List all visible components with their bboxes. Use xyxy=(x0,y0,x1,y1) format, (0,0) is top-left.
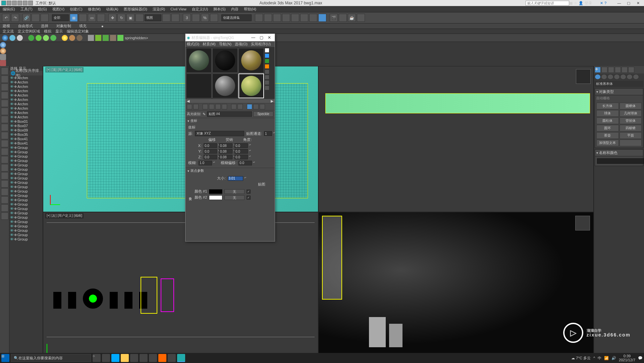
list-item[interactable]: 👁◆Archm xyxy=(9,75,43,80)
rotate-icon[interactable]: ↻ xyxy=(117,14,125,22)
pivot-icon[interactable] xyxy=(162,14,170,22)
qat-new-icon[interactable] xyxy=(7,1,11,5)
qat-save-icon[interactable] xyxy=(17,1,22,5)
undo-icon[interactable]: ↶ xyxy=(2,14,10,22)
app-icon[interactable] xyxy=(1,1,6,5)
ob-ball2[interactable] xyxy=(0,48,6,54)
menu-modify[interactable]: 修改(M) xyxy=(88,7,101,12)
color2-swatch[interactable] xyxy=(209,195,222,200)
mt-showend-icon[interactable] xyxy=(237,104,243,109)
list-item[interactable]: 👁◆Box35 xyxy=(9,132,43,137)
list-item[interactable]: 👁◆Group xyxy=(9,232,43,237)
ms-backlight-icon[interactable] xyxy=(265,53,269,58)
mt-reset-icon[interactable] xyxy=(209,104,214,109)
se-sort-header[interactable]: 🌐 名称(按升序排序) xyxy=(9,71,43,75)
subscribe-icon[interactable]: ▦ xyxy=(569,1,573,5)
ob-env[interactable] xyxy=(9,35,15,41)
ob-leaf2[interactable] xyxy=(103,35,109,41)
list-item[interactable]: 👁◆Group xyxy=(9,150,43,154)
se-tool-shape[interactable] xyxy=(1,100,8,107)
cmd-display-icon[interactable] xyxy=(622,67,628,73)
list-item[interactable]: 👁◆Group xyxy=(9,154,43,158)
redo-icon[interactable]: ↷ xyxy=(11,14,19,22)
color2-check[interactable]: ✓ xyxy=(247,196,251,200)
qat-redo-icon[interactable] xyxy=(28,1,33,5)
cat-light-icon[interactable] xyxy=(607,74,613,80)
window-crossing-icon[interactable] xyxy=(97,14,105,22)
cmd-utility-icon[interactable] xyxy=(628,67,634,73)
list-item[interactable]: 👁◆Archm xyxy=(9,93,43,97)
ms-3x2-icon[interactable] xyxy=(265,86,269,90)
blur-off-spinner[interactable]: 0.0 xyxy=(238,161,252,165)
list-item[interactable]: 👁◆Archm xyxy=(9,84,43,89)
tray-time[interactable]: 0:39 xyxy=(619,354,635,358)
tray-notif-icon[interactable]: 💬 xyxy=(638,356,643,360)
mat-slot-3[interactable] xyxy=(238,48,264,73)
sr-sim[interactable]: 模拟 xyxy=(44,29,51,34)
primitive-button[interactable]: 几何球体 xyxy=(620,110,642,117)
angle-snap-icon[interactable] xyxy=(192,14,200,22)
list-item[interactable]: 👁◆Group xyxy=(9,167,43,171)
render-icon[interactable]: ☕ xyxy=(348,14,356,22)
ribbon-modeling[interactable]: 建模 xyxy=(3,23,10,29)
list-item[interactable]: 👁◆Archm xyxy=(9,115,43,119)
task-3dsmax-icon[interactable] xyxy=(177,354,185,362)
mat-menu-util[interactable]: 实用程序(U) xyxy=(251,42,271,47)
mat-slot-4[interactable] xyxy=(186,73,212,98)
menu-animation[interactable]: 动画(A) xyxy=(106,7,118,12)
map-channel-spinner[interactable]: 1 xyxy=(264,131,272,136)
tiling-y[interactable]: 0.08 xyxy=(219,149,232,154)
size-spinner[interactable]: 3.01 xyxy=(228,176,243,181)
mat-menu-mode[interactable]: 模式(D) xyxy=(187,42,199,47)
ribbon-freeform[interactable]: 自由形式 xyxy=(18,23,33,29)
primitive-button[interactable]: 圆柱体 xyxy=(596,117,619,124)
offset-y[interactable]: 0.0 xyxy=(204,149,217,154)
list-item[interactable]: 👁◆Group xyxy=(9,163,43,167)
mat-hscroll[interactable]: ◀▶ xyxy=(185,99,275,103)
task-cortana-icon[interactable]: ○ xyxy=(93,354,101,362)
ob-rock[interactable] xyxy=(110,35,116,41)
list-item[interactable]: 👁◆Group xyxy=(9,176,43,180)
mt-make-icon[interactable] xyxy=(222,104,227,109)
rollout-header-objtype[interactable]: ▾ 对象类型 xyxy=(595,89,643,95)
list-item[interactable]: 👁◆Box01 xyxy=(9,119,43,123)
link-icon[interactable]: 🔗 xyxy=(22,14,31,22)
ob-tree3[interactable] xyxy=(43,35,49,41)
list-item[interactable]: 👁◆Group xyxy=(9,193,43,198)
list-item[interactable]: 👁◆Group xyxy=(9,180,43,185)
mat-titlebar[interactable]: ◉ 材质编辑器 - qingTongQi1 — ▢ ✕ xyxy=(185,34,275,41)
ribbon-select[interactable]: 选择 xyxy=(41,23,48,29)
mat-min-button[interactable]: — xyxy=(249,35,257,40)
percent-snap-icon[interactable]: % xyxy=(201,14,209,22)
viewport-top[interactable]: [+] [顶] [用户定义] [线框] xyxy=(43,66,318,212)
mt-assign-icon[interactable] xyxy=(203,104,208,109)
ob-planet1[interactable] xyxy=(69,35,75,41)
login-link[interactable]: 登录 xyxy=(585,1,592,6)
ribbon-populate[interactable]: 填充 xyxy=(79,23,87,29)
mt-show-icon[interactable] xyxy=(231,104,236,109)
scene-list[interactable]: 👁◆Archm👁◆Archm👁◆Archm👁◆Archm👁◆Archm👁◆Arc… xyxy=(9,75,43,358)
viewcube-persp[interactable] xyxy=(575,216,590,230)
se-tool-coll[interactable] xyxy=(1,212,8,220)
sr-display[interactable]: 显示 xyxy=(55,29,63,34)
se-tool-add[interactable] xyxy=(1,196,8,204)
task-view-icon[interactable] xyxy=(102,354,110,362)
map-type-button[interactable]: Speckle xyxy=(253,111,273,117)
ms-opt-icon[interactable] xyxy=(265,75,269,80)
schematic-icon[interactable] xyxy=(309,14,317,22)
primitive-button[interactable]: 平面 xyxy=(620,132,642,139)
vp-label-left[interactable]: [+] [左] [用户定义] [线框] xyxy=(45,213,84,218)
tiling-z[interactable]: 0.08 xyxy=(219,155,232,159)
menu-help[interactable]: 帮助(H) xyxy=(244,7,256,12)
task-edge-icon[interactable] xyxy=(111,354,119,362)
task-firefox-icon[interactable] xyxy=(158,354,166,362)
bind-icon[interactable] xyxy=(41,14,49,22)
ob-brick[interactable] xyxy=(0,60,6,66)
ms-sel-icon[interactable] xyxy=(265,80,269,85)
list-item[interactable]: 👁◆Group xyxy=(9,219,43,224)
primitive-button[interactable]: 圆锥体 xyxy=(620,103,642,109)
render-prod-icon[interactable] xyxy=(357,14,365,22)
ob-tree1[interactable] xyxy=(28,35,34,41)
selection-filter[interactable]: 全部 xyxy=(52,14,69,21)
tray-ime-icon[interactable]: 中 xyxy=(598,356,601,361)
